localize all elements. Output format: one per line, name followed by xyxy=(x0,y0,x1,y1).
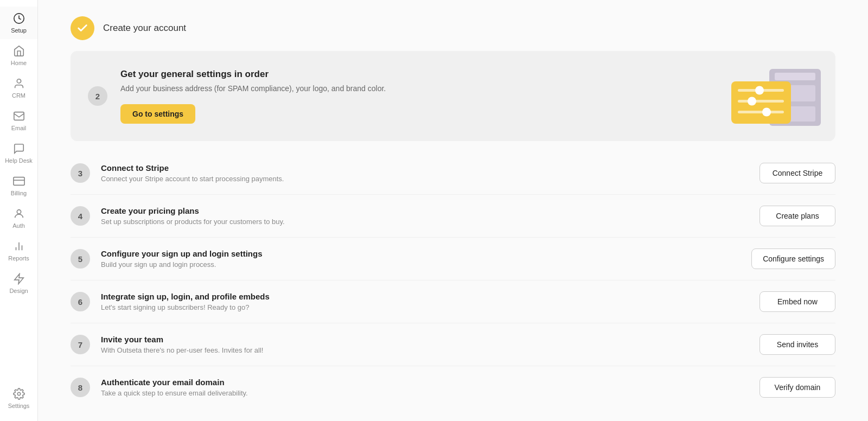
svg-rect-2 xyxy=(14,112,23,120)
verify-domain-button[interactable]: Verify domain xyxy=(760,377,835,398)
step-3-row: 3 Connect to Stripe Connect your Stripe … xyxy=(71,152,835,195)
sidebar-item-settings[interactable]: Settings xyxy=(0,382,37,414)
helpdesk-icon xyxy=(12,142,25,155)
step-7-title: Invite your team xyxy=(101,335,749,344)
step-4-info: Create your pricing plans Set up subscri… xyxy=(101,206,749,226)
step-5-desc: Build your sign up and login process. xyxy=(101,260,741,269)
step-4-row: 4 Create your pricing plans Set up subsc… xyxy=(71,195,835,238)
design-icon xyxy=(12,272,25,285)
sidebar-label-home: Home xyxy=(11,60,27,66)
go-to-settings-button[interactable]: Go to settings xyxy=(120,104,195,124)
connect-stripe-button[interactable]: Connect Stripe xyxy=(760,163,835,183)
step-2-title: Get your general settings in order xyxy=(120,69,718,80)
step-5-row: 5 Configure your sign up and login setti… xyxy=(71,238,835,280)
sidebar-item-crm[interactable]: CRM xyxy=(0,72,37,104)
step-1-completed: Create your account xyxy=(71,16,835,40)
step-4-desc: Set up subscriptions or products for you… xyxy=(101,218,749,226)
svg-rect-7 xyxy=(775,73,815,80)
auth-icon xyxy=(12,207,25,220)
svg-rect-13 xyxy=(738,100,784,103)
step-2-card: 2 Get your general settings in order Add… xyxy=(71,51,835,141)
sidebar-item-setup[interactable]: Setup xyxy=(0,7,37,39)
settings-illustration xyxy=(731,66,818,126)
svg-rect-15 xyxy=(738,111,784,113)
step-2-desc: Add your business address (for SPAM comp… xyxy=(120,83,718,94)
steps-list: 3 Connect to Stripe Connect your Stripe … xyxy=(71,152,835,409)
create-plans-button[interactable]: Create plans xyxy=(760,206,835,226)
configure-settings-button[interactable]: Configure settings xyxy=(751,248,835,269)
svg-point-12 xyxy=(755,86,764,95)
step-8-desc: Take a quick step to ensure email delive… xyxy=(101,389,749,397)
step-2-content: Get your general settings in order Add y… xyxy=(120,69,718,124)
step-6-desc: Let's start signing up subscribers! Read… xyxy=(101,303,749,311)
step-8-info: Authenticate your email domain Take a qu… xyxy=(101,378,749,397)
email-icon xyxy=(12,110,25,123)
embed-now-button[interactable]: Embed now xyxy=(760,291,835,312)
step-8-title: Authenticate your email domain xyxy=(101,378,749,387)
step-6-info: Integrate sign up, login, and profile em… xyxy=(101,292,749,311)
crm-icon xyxy=(12,77,25,90)
step-8-badge: 8 xyxy=(71,378,90,397)
sidebar-item-billing[interactable]: Billing xyxy=(0,169,37,202)
sidebar-label-setup: Setup xyxy=(11,27,27,34)
settings-icon xyxy=(12,387,25,400)
sidebar-label-reports: Reports xyxy=(8,255,29,261)
step-3-title: Connect to Stripe xyxy=(101,163,749,173)
svg-point-5 xyxy=(17,392,21,396)
step-6-title: Integrate sign up, login, and profile em… xyxy=(101,292,749,301)
home-icon xyxy=(12,44,25,58)
sidebar-item-design[interactable]: Design xyxy=(0,267,37,299)
step-7-row: 7 Invite your team With Outseta there's … xyxy=(71,323,835,366)
sidebar-item-auth[interactable]: Auth xyxy=(0,202,37,234)
main-content: Create your account 2 Get your general s… xyxy=(38,0,868,421)
svg-point-16 xyxy=(762,108,771,117)
sidebar-label-design: Design xyxy=(9,288,28,294)
svg-point-14 xyxy=(748,97,756,106)
reports-icon xyxy=(12,240,25,253)
sidebar-label-auth: Auth xyxy=(12,222,25,229)
step-1-check xyxy=(71,16,94,40)
step-6-badge: 6 xyxy=(71,292,90,311)
step-3-info: Connect to Stripe Connect your Stripe ac… xyxy=(101,163,749,183)
svg-point-1 xyxy=(17,79,21,83)
step-4-title: Create your pricing plans xyxy=(101,206,749,215)
step-6-row: 6 Integrate sign up, login, and profile … xyxy=(71,280,835,323)
svg-point-3 xyxy=(17,210,21,214)
step-5-title: Configure your sign up and login setting… xyxy=(101,249,741,258)
sidebar-item-home[interactable]: Home xyxy=(0,39,37,72)
send-invites-button[interactable]: Send invites xyxy=(760,334,835,355)
billing-icon xyxy=(12,175,25,188)
step-7-badge: 7 xyxy=(71,335,90,354)
sidebar-label-crm: CRM xyxy=(12,92,25,99)
step-3-badge: 3 xyxy=(71,163,90,183)
sidebar-label-email: Email xyxy=(11,125,27,131)
sidebar-item-email[interactable]: Email xyxy=(0,104,37,137)
step-5-info: Configure your sign up and login setting… xyxy=(101,249,741,269)
step-3-desc: Connect your Stripe account to start pro… xyxy=(101,175,749,183)
setup-icon xyxy=(12,12,25,25)
sidebar: Setup Home CRM Email xyxy=(0,0,38,421)
svg-marker-4 xyxy=(14,274,23,284)
step-4-badge: 4 xyxy=(71,206,90,226)
sidebar-item-reports[interactable]: Reports xyxy=(0,234,37,267)
step-7-info: Invite your team With Outseta there's no… xyxy=(101,335,749,354)
step-8-row: 8 Authenticate your email domain Take a … xyxy=(71,366,835,409)
sidebar-label-billing: Billing xyxy=(11,190,27,196)
step-2-badge: 2 xyxy=(88,86,107,106)
step-1-title: Create your account xyxy=(103,23,186,34)
sidebar-item-helpdesk[interactable]: Help Desk xyxy=(0,137,37,169)
sidebar-label-settings: Settings xyxy=(8,403,30,409)
sidebar-label-helpdesk: Help Desk xyxy=(5,157,33,164)
step-5-badge: 5 xyxy=(71,249,90,269)
step-7-desc: With Outseta there's no per-user fees. I… xyxy=(101,346,749,354)
